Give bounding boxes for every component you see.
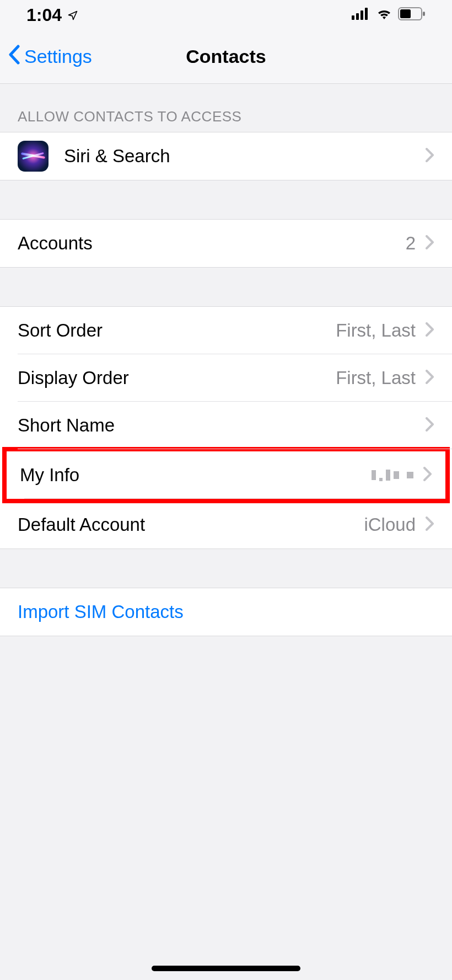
- chevron-right-icon: [426, 235, 434, 252]
- chevron-left-icon: [8, 45, 21, 69]
- list-accounts: Accounts 2: [0, 219, 452, 268]
- highlight-my-info: My Info: [2, 447, 450, 503]
- svg-rect-1: [356, 13, 359, 20]
- row-sort-order[interactable]: Sort Order First, Last: [0, 307, 452, 354]
- nav-bar: Settings Contacts: [0, 30, 452, 84]
- section-gap: [0, 549, 452, 588]
- row-value: 2: [406, 233, 416, 254]
- back-label: Settings: [24, 46, 92, 67]
- svg-rect-6: [423, 12, 425, 16]
- row-label: Siri & Search: [64, 146, 426, 167]
- row-label: Default Account: [18, 514, 364, 535]
- svg-rect-5: [400, 9, 411, 18]
- status-bar: 1:04: [0, 0, 452, 30]
- svg-rect-0: [352, 15, 354, 20]
- row-default-account[interactable]: Default Account iCloud: [0, 501, 452, 548]
- row-value-obscured: [372, 470, 413, 481]
- row-accounts[interactable]: Accounts 2: [0, 220, 452, 267]
- row-label: Short Name: [18, 415, 426, 436]
- location-arrow-icon: [67, 5, 78, 25]
- cellular-signal-icon: [352, 8, 370, 22]
- home-indicator[interactable]: [152, 966, 300, 971]
- row-display-order[interactable]: Display Order First, Last: [0, 354, 452, 402]
- row-short-name[interactable]: Short Name: [0, 402, 452, 449]
- siri-icon: [18, 141, 49, 172]
- row-label: Accounts: [18, 233, 406, 254]
- section-gap: [0, 268, 452, 306]
- svg-rect-3: [365, 8, 368, 20]
- row-value: First, Last: [336, 368, 416, 388]
- chevron-right-icon: [426, 516, 434, 533]
- list-allow: Siri & Search: [0, 132, 452, 180]
- battery-icon: [398, 7, 426, 23]
- status-left: 1:04: [26, 5, 78, 25]
- row-label: My Info: [20, 465, 372, 486]
- svg-rect-2: [360, 10, 363, 20]
- row-value: iCloud: [364, 514, 416, 535]
- page-title: Contacts: [186, 46, 266, 67]
- row-siri-search[interactable]: Siri & Search: [0, 132, 452, 180]
- back-button[interactable]: Settings: [0, 45, 92, 69]
- status-time: 1:04: [26, 5, 62, 25]
- chevron-right-icon: [426, 148, 434, 164]
- row-my-info[interactable]: My Info: [7, 451, 445, 499]
- row-link-label: Import SIM Contacts: [18, 601, 434, 622]
- row-label: Display Order: [18, 368, 336, 388]
- row-import-sim[interactable]: Import SIM Contacts: [0, 588, 452, 636]
- chevron-right-icon: [423, 467, 432, 483]
- chevron-right-icon: [426, 417, 434, 434]
- chevron-right-icon: [426, 370, 434, 386]
- row-value: First, Last: [336, 320, 416, 341]
- status-right: [352, 7, 426, 23]
- row-label: Sort Order: [18, 320, 336, 341]
- list-display-prefs: Sort Order First, Last Display Order Fir…: [0, 306, 452, 549]
- section-header-allow: ALLOW CONTACTS TO ACCESS: [0, 84, 452, 132]
- wifi-icon: [376, 8, 392, 22]
- chevron-right-icon: [426, 322, 434, 339]
- section-gap: [0, 180, 452, 219]
- list-import: Import SIM Contacts: [0, 588, 452, 636]
